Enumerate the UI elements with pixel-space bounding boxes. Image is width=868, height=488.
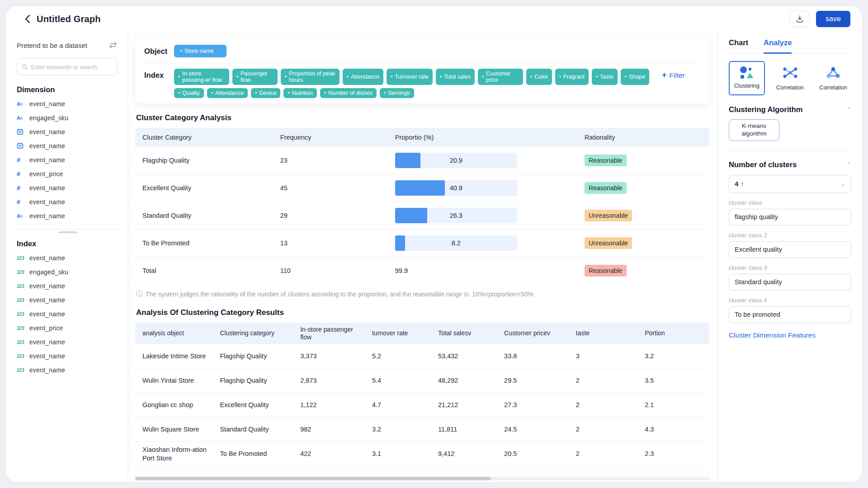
clustering-tool-button[interactable]: Clustering [729,61,765,95]
back-button[interactable] [21,13,33,25]
index-item[interactable]: 123event_name [17,251,127,265]
tab-chart[interactable]: Chart [729,38,748,53]
index-tag[interactable]: ▾Number of dishes [320,88,377,98]
dimension-item[interactable]: A≡event_name [17,209,127,223]
dataset-sidebar: Pretend to be a dataset Dimension A≡even… [6,32,127,482]
index-tag[interactable]: ▾Fragrant [555,69,589,85]
text-field-icon: A≡ [17,115,25,121]
measure-123-icon: 123 [17,325,25,331]
proportion-bar: 40.9 [395,180,517,196]
index-item[interactable]: 123event_price [17,321,127,335]
index-item[interactable]: 123event_name [17,335,127,349]
measure-123-icon: 123 [17,311,25,317]
index-item[interactable]: 123event_name [17,349,127,363]
save-button[interactable]: save [816,11,850,27]
chevron-down-icon: ⌄ [841,181,845,187]
measure-123-icon: 123 [17,339,25,345]
index-tag[interactable]: ▾Attendance [343,69,383,85]
dimension-item[interactable]: event_name [17,139,127,153]
index-item[interactable]: 123event_name [17,363,127,377]
index-item[interactable]: 123event_name [17,279,127,293]
rationality-badge: Reasonable [585,155,627,166]
index-item[interactable]: 123event_name [17,293,127,307]
collapse-icon[interactable]: ⌃ [846,106,851,113]
rationality-badge: Unreasonable [585,210,632,221]
index-tag[interactable]: ▾Attendance [207,88,248,98]
clustering-icon [739,66,755,79]
caret-down-icon: ▾ [440,75,442,79]
cluster-dimension-features-link[interactable]: Cluster Dimension Features [729,331,851,339]
tab-analyze[interactable]: Analyze [764,38,792,54]
scrollbar-thumb[interactable] [135,477,491,480]
object-tag[interactable]: ▾Store name [174,45,226,57]
caret-down-icon: ▾ [178,91,180,95]
cluster-class-input[interactable] [729,209,851,225]
cluster-class-2-input[interactable] [729,241,851,258]
index-tags: ▾In-store passeng-er flow ▾Passenger flo… [174,69,656,98]
resize-handle[interactable] [58,231,77,233]
dimension-item[interactable]: A≡event_name [17,97,127,111]
table-row: Gonglian cc shop Excellent Quality 1,122… [135,393,709,418]
index-tag[interactable]: ▾Quality [174,88,204,98]
correlation-x-icon [782,66,798,81]
search-input[interactable] [31,64,112,70]
number-hash-icon: # [17,170,25,178]
cluster-class-3-input[interactable] [729,274,851,291]
collapse-icon[interactable]: ⌃ [846,161,851,168]
index-tag[interactable]: ▾Servings [380,88,414,98]
caret-down-icon: ▾ [180,49,182,53]
index-tag[interactable]: ▾Color [526,69,552,85]
index-tag[interactable]: ▾Total sales [436,69,475,85]
number-of-clusters-title: Number of clusters [729,160,797,169]
dimension-item[interactable]: event_name [17,125,127,139]
index-tag[interactable]: ▾Device [251,88,280,98]
table-row: Flagship Quality 23 20.9 Reasonable [135,147,709,174]
correlation-network-tool-button[interactable]: Correlation [815,61,851,95]
caret-down-icon: ▾ [211,91,213,95]
index-item[interactable]: 123event_name [17,307,127,321]
caret-down-icon: ▾ [384,91,386,95]
object-label: Object [144,45,174,56]
measure-123-icon: 123 [17,255,25,261]
download-button[interactable] [790,11,810,27]
correlation-tool-button[interactable]: Correlation [772,61,808,95]
number-hash-icon: # [17,184,25,192]
index-item[interactable]: 123engaged_sku [17,265,127,279]
index-tag[interactable]: ▾Nutrition [283,88,317,98]
caret-down-icon: ▾ [324,91,326,95]
add-filter-button[interactable]: + Filter [656,69,700,80]
cluster-table-header: Cluster Category Frequency Proportio (%)… [135,128,709,147]
measure-123-icon: 123 [17,297,25,303]
index-tag[interactable]: ▾Passenger flow [232,69,278,85]
index-tag[interactable]: ▾Shape [621,69,649,85]
proportion-bar: 26.3 [395,208,517,223]
table-row-total: Total 110 99.9 Reasonable [135,257,709,285]
kmeans-algorithm-button[interactable]: K-means algorithm [729,119,779,141]
dimension-item[interactable]: A≡engaged_sku [17,111,127,125]
cluster-class-2-label: cluster class 2 [729,232,851,239]
caret-down-icon: ▾ [255,91,257,95]
caret-down-icon: ▾ [178,75,180,79]
index-tag[interactable]: ▾Turnover rate [387,69,433,85]
swap-dataset-button[interactable] [107,39,119,51]
dimension-item[interactable]: #event_name [17,195,127,209]
search-box [17,58,117,75]
dimension-item[interactable]: #event_price [17,167,127,181]
dimension-item[interactable]: #event_name [17,153,127,167]
index-tag[interactable]: ▾Customer price [478,69,523,85]
index-label: Index [144,69,174,80]
clusters-count-select[interactable]: 4 ↑ ⌄ [729,175,851,193]
dimension-item[interactable]: #event_name [17,181,127,195]
index-tag[interactable]: ▾In-store passeng-er flow [174,69,229,85]
table-row: Lakeside Intime Store Flagship Quality 3… [135,344,709,369]
caret-down-icon: ▾ [347,75,349,79]
caret-down-icon: ▾ [530,75,532,79]
caret-down-icon: ▾ [559,75,561,79]
cluster-class-4-input[interactable] [729,306,851,323]
index-tag[interactable]: ▾Proportion of peak hours [281,69,340,85]
index-tag[interactable]: ▾Taste [592,69,618,85]
cluster-class-3-label: cluster class 3 [729,265,851,271]
number-hash-icon: # [17,156,25,164]
table-row: Xiaoshan Inform-ation Port Store To Be P… [135,442,709,466]
plus-icon: + [662,70,667,80]
